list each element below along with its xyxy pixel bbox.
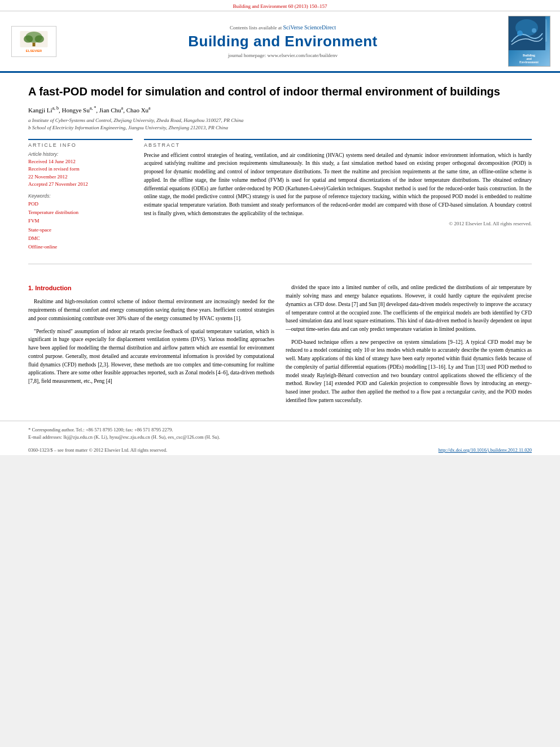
journal-reference-bar: Building and Environment 60 (2013) 150–1… xyxy=(0,0,560,11)
article-header-section: A fast-POD model for simulation and cont… xyxy=(0,73,560,283)
author2-name: , Hongye Su xyxy=(59,107,90,113)
body-columns: 1. Introduction Realtime and high-resolu… xyxy=(0,283,560,420)
keyword-2: Temperature distribution xyxy=(28,208,133,217)
svg-rect-4 xyxy=(33,42,36,46)
abstract-text: Precise and efficient control strategies… xyxy=(144,151,532,218)
keyword-3: FVM xyxy=(28,217,133,225)
svg-point-8 xyxy=(517,30,523,36)
journal-ref-text: Building and Environment 60 (2013) 150–1… xyxy=(233,3,327,9)
journal-cover-area: BuildingandEnvironment xyxy=(504,16,554,67)
revised-label: Received in revised form xyxy=(28,165,133,173)
sciverse-prefix: Contents lists available at xyxy=(230,25,283,30)
intro-para2: "Perfectly mixed" assumption of indoor a… xyxy=(28,327,274,386)
authors-line: Kangji Lia, b, Hongye Sua, *, Jian Chua,… xyxy=(28,106,532,113)
copyright-line: © 2012 Elsevier Ltd. All rights reserved… xyxy=(144,221,532,226)
divider xyxy=(28,264,532,264)
article-info-abstract-row: ARTICLE INFO Article history: Received 1… xyxy=(28,139,532,256)
abstract-column: ABSTRACT Precise and efficient control s… xyxy=(144,139,532,256)
svg-text:ELSEVIER: ELSEVIER xyxy=(26,49,42,52)
received-date: Received 14 June 2012 xyxy=(28,158,133,166)
cover-label: BuildingandEnvironment xyxy=(519,54,539,64)
email-values: lkj@zju.edu.cn (K. Li), hysu@esc.zju.edu… xyxy=(63,434,220,440)
footnote-star: * Corresponding author. Tel.: +86 571 87… xyxy=(28,427,532,433)
keyword-1: POD xyxy=(28,200,133,208)
doi-link[interactable]: http://dx.doi.org/10.1016/j.buildenv.201… xyxy=(439,447,532,453)
email-label: E-mail addresses: xyxy=(28,434,62,440)
keyword-5: DMC xyxy=(28,234,133,243)
article-title: A fast-POD model for simulation and cont… xyxy=(28,84,532,99)
svg-point-9 xyxy=(532,28,536,33)
journal-header: ELSEVIER Contents lists available at Sci… xyxy=(0,11,560,73)
right-para2: POD-based technique offers a new perspec… xyxy=(286,338,532,405)
accepted-date: Accepted 27 November 2012 xyxy=(28,181,133,189)
article-info-column: ARTICLE INFO Article history: Received 1… xyxy=(28,139,133,256)
affiliations-block: a Institute of Cyber-Systems and Control… xyxy=(28,117,532,132)
journal-title: Building and Environment xyxy=(188,33,378,50)
affiliation-a: a Institute of Cyber-Systems and Control… xyxy=(28,117,532,125)
article-info-label: ARTICLE INFO xyxy=(28,139,133,148)
keyword-6: Offline-online xyxy=(28,243,133,251)
affiliation-b: b School of Electricity Information Engi… xyxy=(28,124,532,132)
intro-heading: 1. Introduction xyxy=(28,283,274,293)
journal-title-area: Contents lists available at SciVerse Sci… xyxy=(68,16,498,67)
body-left-column: 1. Introduction Realtime and high-resolu… xyxy=(28,283,274,409)
journal-homepage: journal homepage: www.elsevier.com/locat… xyxy=(228,53,338,58)
footer-area: * Corresponding author. Tel.: +86 571 87… xyxy=(0,421,560,445)
author3-name: , Jian Chu xyxy=(96,107,121,113)
svg-point-2 xyxy=(24,35,33,42)
svg-point-3 xyxy=(35,35,44,42)
journal-cover-image: BuildingandEnvironment xyxy=(508,16,550,67)
footer-bottom: 0360-1323/$ – see front matter © 2012 El… xyxy=(0,445,560,455)
section-title: Introduction xyxy=(35,285,71,291)
keyword-4: State-space xyxy=(28,226,133,234)
cover-illustration xyxy=(509,16,545,50)
keywords-list: POD Temperature distribution FVM State-s… xyxy=(28,200,133,252)
history-label: Article history: xyxy=(28,151,133,157)
author1-sup: a, b xyxy=(52,106,59,111)
keywords-block: Keywords: POD Temperature distribution F… xyxy=(28,193,133,252)
body-right-column: divided the space into a limited number … xyxy=(286,283,532,409)
publisher-logo-area: ELSEVIER xyxy=(6,16,62,67)
article-history-block: Article history: Received 14 June 2012 R… xyxy=(28,151,133,189)
author4-sup: a xyxy=(148,106,151,111)
footnote-emails: E-mail addresses: lkj@zju.edu.cn (K. Li)… xyxy=(28,434,532,440)
elsevier-logo: ELSEVIER xyxy=(11,26,56,57)
author1-name: Kangji Li xyxy=(28,107,52,113)
section-number: 1. xyxy=(28,285,33,291)
issn-line: 0360-1323/$ – see front matter © 2012 El… xyxy=(28,447,167,453)
keywords-label: Keywords: xyxy=(28,193,133,199)
author4-name: , Chao Xu xyxy=(123,107,148,113)
abstract-label: ABSTRACT xyxy=(144,139,532,148)
elsevier-tree-icon: ELSEVIER xyxy=(14,29,54,54)
revised-date: 22 November 2012 xyxy=(28,173,133,181)
intro-para1: Realtime and high-resolution control sch… xyxy=(28,298,274,322)
sciverse-link[interactable]: SciVerse ScienceDirect xyxy=(283,24,336,30)
author2-sup: a, * xyxy=(90,106,97,111)
sciverse-line: Contents lists available at SciVerse Sci… xyxy=(230,24,336,30)
right-para1: divided the space into a limited number … xyxy=(286,283,532,333)
page: Building and Environment 60 (2013) 150–1… xyxy=(0,0,560,455)
